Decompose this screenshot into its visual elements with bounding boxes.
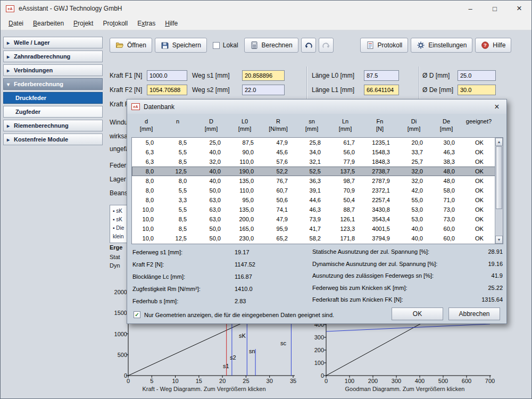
result-row: Federhub s [mm]:2.83: [132, 295, 309, 307]
table-cell: 71,0: [431, 195, 463, 205]
table-row[interactable]: 6,35,540,090,045,634,056,01548,333,746,3…: [132, 147, 496, 157]
table-cell: 5,5: [162, 186, 195, 195]
kraft-weg-chart-title[interactable]: Kraft - Weg Diagramm. Zum Vergrößern kli…: [110, 386, 298, 392]
field-input[interactable]: [364, 85, 399, 95]
scrollbar-thumb[interactable]: [496, 146, 502, 209]
table-cell: 48,0: [431, 167, 463, 176]
occluded-label: wirksa: [110, 132, 128, 140]
occluded-label: Beans: [110, 189, 128, 197]
scroll-up-icon[interactable]: ▲: [495, 138, 503, 146]
column-header[interactable]: L0[mm]: [228, 117, 261, 132]
result-row: Federkraft bis zum Knicken FK [N]:1315.6…: [312, 294, 503, 306]
table-cell: 40,0: [398, 224, 431, 234]
table-cell: 52,5: [296, 167, 329, 176]
field-label: Länge L1 [mm]: [312, 86, 361, 94]
table-cell: 32,0: [398, 176, 431, 186]
settings-button[interactable]: Einstellungen: [411, 38, 472, 53]
table-cell: OK: [463, 234, 496, 243]
field-input[interactable]: [458, 85, 496, 95]
column-header[interactable]: De[mm]: [430, 117, 462, 132]
filter-checkbox[interactable]: ✓ Nur Geometrien anzeigen, die für die e…: [134, 311, 334, 318]
table-cell: 45,6: [262, 147, 296, 157]
column-header[interactable]: Di[mm]: [397, 117, 430, 132]
table-cell: 3,3: [162, 195, 195, 205]
save-button[interactable]: Speichern: [155, 38, 207, 53]
open-button[interactable]: Öffnen: [110, 38, 152, 53]
table-cell: 8,0: [132, 176, 162, 186]
table-row[interactable]: 8,012,540,0190,052,252,5137,52738,732,04…: [132, 167, 496, 176]
table-cell: 55,0: [398, 195, 431, 205]
column-header[interactable]: d[mm]: [131, 117, 161, 132]
table-row[interactable]: 10,05,563,0135,074,146,388,73430,853,073…: [132, 205, 496, 214]
marker-label-s2: s2: [230, 354, 236, 361]
table-row[interactable]: 10,08,563,0200,047,973,9126,13543,453,07…: [132, 214, 496, 224]
table-cell: 39,1: [296, 186, 329, 195]
table-row[interactable]: 8,05,550,0110,060,739,170,92372,142,058,…: [132, 186, 496, 195]
table-cell: 95,0: [229, 195, 262, 205]
settings-button-label: Einstellungen: [428, 41, 467, 49]
table-cell: 88,7: [329, 205, 363, 214]
field-input[interactable]: [242, 70, 285, 81]
table-row[interactable]: 8,03,363,095,050,644,650,42257,455,071,0…: [132, 195, 496, 205]
table-cell: 53,0: [398, 205, 431, 214]
table-cell: 41,7: [296, 224, 329, 234]
table-row[interactable]: 5,08,525,087,547,925,861,71235,120,030,0…: [132, 138, 496, 147]
table-cell: 200,0: [229, 214, 262, 224]
field-input[interactable]: [147, 85, 187, 95]
local-checkbox-label: Lokal: [223, 41, 238, 49]
protocol-button[interactable]: Protokoll: [360, 38, 409, 53]
column-header[interactable]: Fn[N]: [362, 117, 397, 132]
table-cell: OK: [463, 195, 496, 205]
column-header[interactable]: D[mm]: [194, 117, 228, 132]
local-checkbox[interactable]: Lokal: [210, 41, 242, 49]
form-group: Weg s1 [mm]Weg s2 [mm]: [192, 70, 285, 95]
table-row[interactable]: 8,08,040,0135,076,736,398,72787,932,048,…: [132, 176, 496, 186]
field-label: Weg s2 [mm]: [192, 86, 239, 94]
table-cell: OK: [463, 205, 496, 214]
x-tick-label: 600: [462, 378, 471, 384]
table-cell: 58,0: [431, 186, 463, 195]
help-button[interactable]: ? Hilfe: [475, 38, 511, 53]
table-cell: 76,7: [262, 176, 296, 186]
table-cell: 90,0: [229, 147, 262, 157]
table-row[interactable]: 6,38,532,0110,057,632,177,91848,325,738,…: [132, 157, 496, 167]
x-tick-label: 5: [150, 378, 153, 384]
occluded-result-line: Stat: [110, 254, 120, 260]
field-input[interactable]: [458, 70, 496, 81]
goodman-chart-title[interactable]: Goodman Diagramm. Zum Vergrößern klicken: [304, 386, 506, 392]
table-cell: 74,1: [262, 205, 296, 214]
redo-button[interactable]: [319, 38, 334, 53]
ok-button[interactable]: OK: [392, 307, 443, 320]
dialog-title-bar: eA Datenbank ×: [127, 99, 506, 114]
table-cell: 4001,5: [363, 224, 398, 234]
table-cell: 63,0: [195, 205, 229, 214]
marker-label-sK: sK: [239, 332, 246, 339]
undo-button[interactable]: [301, 38, 316, 53]
table-cell: OK: [463, 224, 496, 234]
scroll-down-icon[interactable]: ▼: [495, 236, 503, 244]
gear-icon: [417, 41, 425, 49]
table-row[interactable]: 10,012,550,0230,065,258,2171,83794,940,0…: [132, 234, 496, 243]
column-header[interactable]: sn[mm]: [295, 117, 328, 132]
result-row: Statische Ausnutzung der zul. Spannung […: [312, 246, 503, 258]
table-row[interactable]: 10,08,550,0165,095,941,7123,34001,540,06…: [132, 224, 496, 234]
table-cell: 1548,3: [363, 147, 398, 157]
dialog-close-icon[interactable]: ×: [489, 101, 504, 113]
column-header[interactable]: geeignet?: [462, 117, 495, 132]
save-button-label: Speichern: [172, 41, 201, 49]
column-header[interactable]: Ln[mm]: [328, 117, 362, 132]
x-tick-label: 30: [267, 378, 273, 384]
table-cell: 171,8: [329, 234, 363, 243]
column-header[interactable]: n: [161, 117, 194, 132]
calculate-button[interactable]: Berechnen: [244, 38, 298, 53]
cancel-button[interactable]: Abbrechen: [448, 307, 500, 320]
table-header: d[mm]nD[mm]L0[mm]R[N/mm]sn[mm]Ln[mm]Fn[N…: [131, 117, 495, 132]
field-input[interactable]: [242, 85, 285, 95]
field-input[interactable]: [147, 70, 187, 81]
calculator-icon: [250, 41, 259, 49]
table-scrollbar[interactable]: ▲ ▼: [495, 138, 503, 244]
x-tick-label: 35: [290, 378, 296, 384]
table-body: 5,08,525,087,547,925,861,71235,120,030,0…: [132, 138, 503, 243]
field-input[interactable]: [364, 70, 399, 81]
column-header[interactable]: R[N/mm]: [261, 117, 295, 132]
